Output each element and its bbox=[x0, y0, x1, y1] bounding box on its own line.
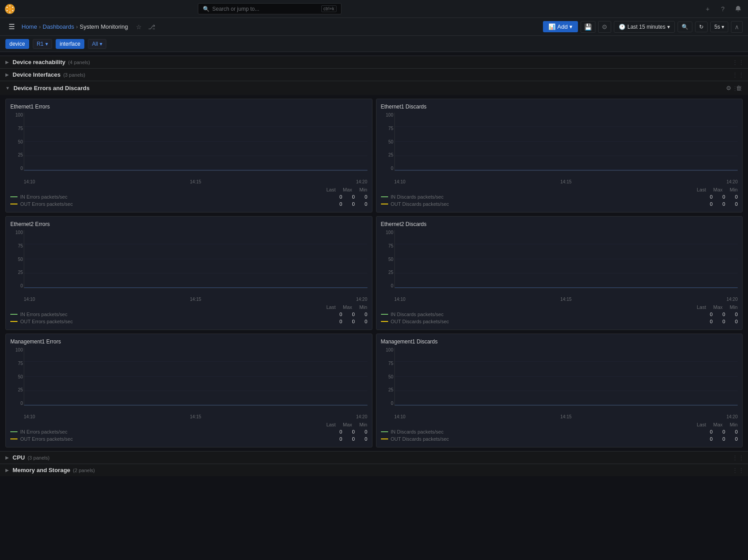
y-label: 75 bbox=[10, 243, 23, 248]
collapse-button[interactable]: ∧ bbox=[731, 21, 743, 33]
search-shortcut: ctrl+k bbox=[321, 5, 337, 12]
legend-label-1: OUT Discards packets/sec bbox=[391, 319, 449, 324]
section-device-interfaces[interactable]: ▶ Device Interfaces (3 panels) ⋮⋮ bbox=[0, 68, 748, 81]
svg-point-5 bbox=[12, 10, 13, 11]
legend-row-0: IN Errors packets/sec 0 0 0 bbox=[10, 428, 367, 435]
legend-row-0: IN Discards packets/sec 0 0 0 bbox=[381, 428, 738, 435]
interface-filter[interactable]: interface bbox=[56, 39, 84, 49]
y-label: 0 bbox=[10, 166, 23, 171]
y-label: 0 bbox=[381, 166, 394, 171]
search-bar[interactable]: 🔍 Search or jump to... ctrl+k bbox=[198, 3, 341, 14]
legend-max-1: 0 bbox=[350, 201, 355, 207]
legend-label-1: OUT Errors packets/sec bbox=[20, 436, 73, 442]
panel-title: Management1 Discards bbox=[381, 339, 738, 345]
content: ▶ Device reachability (4 panels) ⋮⋮ ▶ De… bbox=[0, 52, 748, 560]
all-dropdown[interactable]: All ▾ bbox=[88, 39, 106, 49]
time-picker-button[interactable]: 🕐 Last 15 minutes ▾ bbox=[614, 21, 675, 33]
filterbar: device R1 ▾ interface All ▾ bbox=[0, 36, 748, 52]
legend-color-0 bbox=[381, 431, 388, 432]
section-device-errors[interactable]: ▼ Device Errors and Discards ⚙ 🗑 ⋮⋮ bbox=[0, 81, 748, 95]
breadcrumb-home[interactable]: Home bbox=[22, 23, 37, 30]
chevron-right-icon: ▶ bbox=[5, 60, 9, 65]
star-button[interactable]: ☆ bbox=[134, 22, 144, 32]
legend-row-0: IN Discards packets/sec 0 0 0 bbox=[381, 311, 738, 318]
r1-label: R1 bbox=[37, 41, 44, 47]
navbar-icons: ☆ ⎇ bbox=[134, 22, 157, 32]
legend-label-0: IN Errors packets/sec bbox=[20, 429, 67, 434]
add-button[interactable]: 📊 Add ▾ bbox=[543, 21, 578, 32]
legend-min-1: 0 bbox=[362, 319, 367, 324]
legend-max-1: 0 bbox=[350, 319, 355, 324]
legend-values-0: 0 0 0 bbox=[337, 194, 367, 200]
grid-line bbox=[395, 126, 738, 127]
section-memory-storage[interactable]: ▶ Memory and Storage (2 panels) ⋮⋮ bbox=[0, 464, 748, 476]
menu-button[interactable]: ☰ bbox=[5, 21, 18, 33]
zoom-out-button[interactable]: 🔍 bbox=[678, 22, 692, 32]
legend-color-0 bbox=[10, 431, 17, 432]
device-filter[interactable]: device bbox=[5, 39, 29, 49]
breadcrumb-dashboards[interactable]: Dashboards bbox=[43, 23, 74, 30]
x-label: 14:20 bbox=[726, 297, 738, 302]
legend-label-1: OUT Errors packets/sec bbox=[20, 201, 73, 207]
y-label: 25 bbox=[381, 270, 394, 275]
legend-row-0: IN Errors packets/sec 0 0 0 bbox=[10, 311, 367, 318]
grid-line bbox=[395, 361, 738, 362]
legend-color-1 bbox=[10, 321, 17, 322]
grid-line bbox=[24, 156, 367, 156]
grid-line bbox=[24, 376, 367, 377]
all-label: All bbox=[92, 41, 98, 47]
legend-values-0: 0 0 0 bbox=[337, 312, 367, 317]
x-label: 14:15 bbox=[560, 297, 572, 302]
panel-title: Ethernet1 Discards bbox=[381, 104, 738, 110]
legend-color-1 bbox=[381, 321, 388, 322]
legend-header: Last Max Min bbox=[381, 187, 738, 192]
interface-filter-label: interface bbox=[60, 41, 80, 47]
legend-row-1: OUT Errors packets/sec 0 0 0 bbox=[10, 200, 367, 208]
x-label: 14:15 bbox=[190, 179, 201, 184]
legend-color-0 bbox=[381, 196, 388, 197]
drag-icon3: ⋮⋮ bbox=[732, 85, 744, 92]
help-icon-btn[interactable]: ? bbox=[717, 3, 729, 15]
share-button[interactable]: ⎇ bbox=[146, 22, 157, 32]
svg-point-4 bbox=[12, 7, 13, 8]
section-device-reachability[interactable]: ▶ Device reachability (4 panels) ⋮⋮ bbox=[0, 56, 748, 68]
legend-row-0: IN Errors packets/sec 0 0 0 bbox=[10, 193, 367, 200]
grid-line bbox=[395, 391, 738, 391]
panel-title: Ethernet2 Errors bbox=[10, 221, 367, 227]
panel-grid: Ethernet1 Errors 1007550250 14:1014:1514… bbox=[0, 95, 748, 451]
legend-min-0: 0 bbox=[732, 312, 738, 317]
legend-label-0: IN Discards packets/sec bbox=[391, 312, 444, 317]
r1-chevron: ▾ bbox=[45, 41, 48, 47]
legend-min-header: Min bbox=[359, 304, 367, 310]
legend-left-1: OUT Errors packets/sec bbox=[10, 436, 73, 442]
plus-icon-btn[interactable]: + bbox=[701, 3, 714, 15]
section-cpu[interactable]: ▶ CPU (3 panels) ⋮⋮ bbox=[0, 451, 748, 464]
legend-max-1: 0 bbox=[720, 436, 725, 442]
section-settings-button[interactable]: ⚙ bbox=[725, 84, 732, 92]
legend-min-header: Min bbox=[359, 422, 367, 427]
legend-max-header: Max bbox=[343, 187, 352, 192]
x-axis: 14:1014:1514:20 bbox=[394, 178, 738, 184]
panel-mgmt1-discards: Management1 Discards 1007550250 14:1014:… bbox=[376, 334, 743, 447]
r1-dropdown[interactable]: R1 ▾ bbox=[33, 39, 52, 49]
y-label: 100 bbox=[381, 113, 394, 117]
x-label: 14:20 bbox=[726, 179, 738, 184]
x-axis: 14:1014:1514:20 bbox=[24, 412, 367, 419]
svg-point-2 bbox=[9, 7, 12, 10]
y-label: 0 bbox=[10, 401, 23, 406]
x-axis: 14:1014:1514:20 bbox=[394, 412, 738, 419]
bell-icon-btn[interactable] bbox=[732, 3, 744, 15]
legend-header: Last Max Min bbox=[10, 422, 367, 427]
legend-min-header: Min bbox=[730, 187, 738, 192]
save-button[interactable]: 💾 bbox=[581, 21, 595, 33]
x-label: 14:15 bbox=[560, 179, 572, 184]
settings-button[interactable]: ⚙ bbox=[598, 21, 611, 33]
legend-min-1: 0 bbox=[732, 436, 738, 442]
refresh-button[interactable]: ↻ bbox=[695, 22, 708, 32]
legend-color-0 bbox=[10, 314, 17, 315]
x-axis: 14:1014:1514:20 bbox=[24, 178, 367, 184]
legend-values-1: 0 0 0 bbox=[337, 436, 367, 442]
grid-line bbox=[24, 244, 367, 244]
interval-button[interactable]: 5s ▾ bbox=[710, 22, 728, 32]
section-reachability-count: (4 panels) bbox=[68, 60, 90, 65]
